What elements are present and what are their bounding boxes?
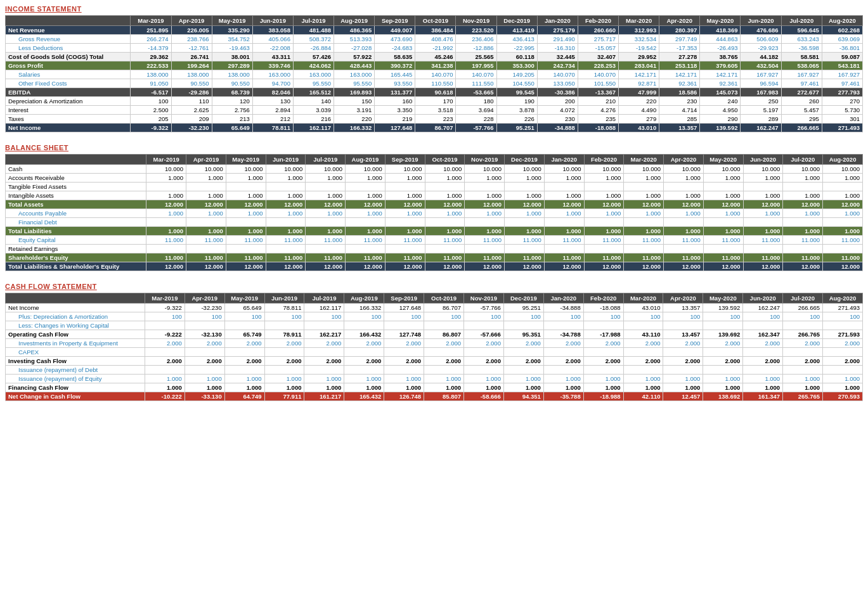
cell-value: 213 bbox=[212, 115, 252, 124]
cell-value bbox=[385, 218, 425, 227]
cell-value: 312.993 bbox=[619, 26, 659, 35]
column-date-header: Oct-2019 bbox=[425, 155, 465, 165]
cell-value: 12.000 bbox=[425, 262, 465, 271]
cell-value bbox=[465, 183, 505, 191]
table-row: Salaries138.000138.000138.000163.000163.… bbox=[6, 70, 863, 79]
cell-value: 1.000 bbox=[823, 174, 863, 183]
cell-value: 408.476 bbox=[415, 35, 456, 44]
column-date-header: Jul-2019 bbox=[293, 16, 334, 26]
cell-value: 150 bbox=[334, 97, 375, 106]
cell-value: 277.793 bbox=[822, 88, 862, 97]
cell-value: 57.922 bbox=[334, 53, 375, 61]
cell-value: -34.888 bbox=[537, 124, 578, 132]
cell-value: 270 bbox=[822, 97, 862, 106]
cell-value: 100 bbox=[464, 312, 504, 321]
cell-value bbox=[185, 321, 224, 330]
cell-value: 12.000 bbox=[465, 262, 505, 271]
cell-value bbox=[663, 366, 703, 375]
cell-value: 332.534 bbox=[619, 35, 659, 44]
cell-value: 12.000 bbox=[823, 200, 863, 209]
column-date-header: Nov-2019 bbox=[465, 155, 505, 165]
cell-value: 473.690 bbox=[375, 35, 415, 44]
cell-value: 242.734 bbox=[537, 61, 578, 70]
cell-value: 140 bbox=[293, 97, 334, 106]
cell-value: 43.110 bbox=[623, 330, 663, 339]
cell-value: 1.000 bbox=[823, 227, 863, 236]
cell-value: 100 bbox=[304, 312, 344, 321]
cell-value: 1.000 bbox=[384, 383, 424, 392]
cell-value: 140.070 bbox=[456, 70, 496, 79]
cell-value: 1.000 bbox=[266, 191, 306, 200]
cell-value: 169.893 bbox=[334, 88, 375, 97]
cell-value: 100 bbox=[703, 312, 743, 321]
column-date-header: Aug-2020 bbox=[823, 293, 863, 304]
cell-value: 100 bbox=[583, 312, 623, 321]
cell-value: 1.000 bbox=[146, 174, 186, 183]
table-row: Issuance (repayment) of Debt bbox=[6, 366, 863, 375]
cell-value: -17.988 bbox=[583, 330, 623, 339]
column-date-header: Jan-2020 bbox=[544, 155, 584, 165]
table-row: Net Income-9.322-32.23065.64978.811162.1… bbox=[6, 304, 863, 312]
cell-value: 92.361 bbox=[700, 79, 741, 88]
cell-value: 1.000 bbox=[226, 209, 266, 218]
cell-value: 12.000 bbox=[783, 262, 823, 271]
cell-value: 1.000 bbox=[224, 383, 264, 392]
cell-value: 163.000 bbox=[293, 70, 334, 79]
cell-value: 140.070 bbox=[578, 70, 618, 79]
column-label-header bbox=[6, 293, 145, 304]
cell-value: 10.000 bbox=[743, 165, 783, 174]
cell-value: 10.000 bbox=[186, 165, 226, 174]
cell-value: 1.000 bbox=[703, 209, 743, 218]
cell-value: 223 bbox=[415, 115, 456, 124]
column-date-header: Apr-2020 bbox=[664, 155, 704, 165]
cell-value: 508.372 bbox=[293, 35, 334, 44]
cell-value: 290 bbox=[700, 115, 741, 124]
row-label: CAPEX bbox=[6, 348, 145, 357]
cell-value: 1.000 bbox=[505, 191, 545, 200]
cell-value bbox=[266, 183, 306, 191]
cell-value bbox=[623, 366, 663, 375]
cell-value: 1.000 bbox=[385, 227, 425, 236]
cell-value: 339.746 bbox=[252, 61, 293, 70]
cell-value bbox=[344, 366, 384, 375]
cell-value bbox=[505, 245, 545, 253]
cell-value: 95.351 bbox=[503, 330, 543, 339]
row-label: Total Assets bbox=[6, 200, 146, 209]
row-label: Taxes bbox=[6, 115, 131, 124]
cell-value: -33.130 bbox=[185, 392, 224, 401]
cell-value: 1.000 bbox=[465, 191, 505, 200]
balance-sheet-table: Mar-2019Apr-2019May-2019Jun-2019Jul-2019… bbox=[5, 154, 863, 271]
cell-value: 2.000 bbox=[783, 339, 823, 348]
table-row: Cash10.00010.00010.00010.00010.00010.000… bbox=[6, 165, 863, 174]
cell-value: 543.181 bbox=[822, 61, 862, 70]
cell-value: 165.512 bbox=[293, 88, 334, 97]
column-date-header: Mar-2019 bbox=[145, 293, 185, 304]
cell-value: 100 bbox=[185, 312, 224, 321]
row-label: Gross Revenue bbox=[6, 35, 131, 44]
cell-value bbox=[226, 218, 266, 227]
row-label: Net Income bbox=[6, 304, 145, 312]
cell-value: 335.290 bbox=[212, 26, 252, 35]
cell-value: 11.000 bbox=[346, 253, 385, 262]
cell-value: 1.000 bbox=[823, 375, 863, 383]
cell-value bbox=[464, 366, 504, 375]
cell-value: 1.000 bbox=[465, 227, 505, 236]
cell-value: 2.000 bbox=[823, 339, 863, 348]
cell-value: 142.171 bbox=[619, 70, 659, 79]
cell-value: 1.000 bbox=[543, 375, 583, 383]
cell-value: 2.000 bbox=[384, 357, 424, 366]
cell-value bbox=[544, 245, 584, 253]
cell-value: -57.666 bbox=[464, 330, 504, 339]
cell-value: 5.457 bbox=[781, 106, 822, 115]
cell-value: 91.050 bbox=[131, 79, 171, 88]
cell-value: -9.322 bbox=[131, 124, 171, 132]
cell-value: 131.377 bbox=[375, 88, 415, 97]
cell-value: 1.000 bbox=[385, 174, 425, 183]
cell-value: 226 bbox=[496, 115, 537, 124]
cell-value: 11.000 bbox=[544, 236, 584, 245]
column-date-header: Apr-2020 bbox=[659, 16, 700, 26]
cell-value: -18.088 bbox=[578, 124, 618, 132]
cell-value: -12.886 bbox=[456, 44, 496, 53]
cell-value: 65.749 bbox=[224, 330, 264, 339]
cell-value: 602.268 bbox=[822, 26, 862, 35]
